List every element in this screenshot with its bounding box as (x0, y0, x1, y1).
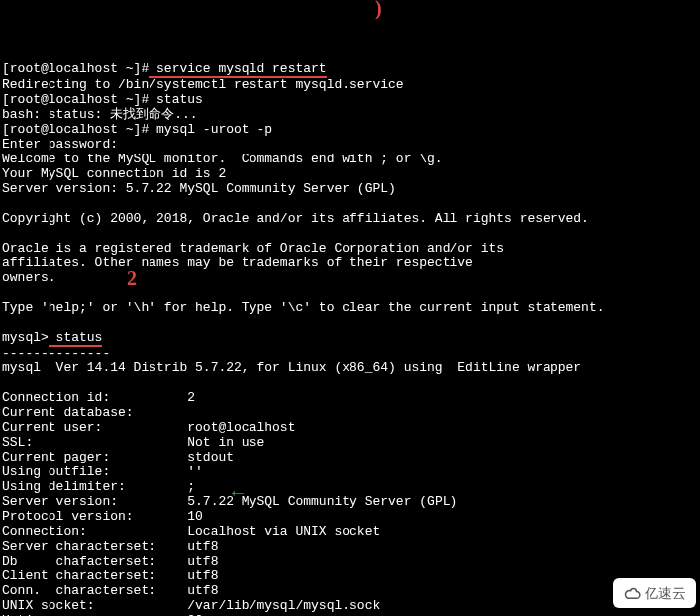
terminal-output[interactable]: [root@localhost ~]# service mysqld resta… (0, 59, 700, 616)
prompt-2: [root@localhost ~]# (2, 92, 149, 107)
welcome-line-1: Welcome to the MySQL monitor. Commands e… (2, 152, 443, 166)
redirect-line: Redirecting to /bin/systemctl restart my… (2, 77, 404, 92)
status-val-ssl: Not in use (187, 435, 264, 450)
cmd-status-bash: status (149, 92, 203, 107)
cmd-status-mysql: status (49, 330, 103, 347)
trademark-line-2: affiliates. Other names may be trademark… (2, 256, 473, 270)
status-val-connection: Localhost via UNIX socket (187, 524, 380, 539)
status-key-conn-id: Connection id: (2, 390, 187, 405)
dashes: -------------- (2, 346, 110, 360)
status-val-outfile: '' (187, 464, 203, 479)
status-val-server-cs: utf8 (187, 539, 218, 554)
annotation-arrow-icon: ← (228, 485, 248, 500)
status-val-pager: stdout (187, 450, 234, 464)
status-val-delim: ; (187, 479, 195, 494)
trademark-line-3: owners. (2, 270, 56, 285)
cmd-mysql-login: mysql -uroot -p (149, 122, 272, 137)
status-val-client-cs: utf8 (187, 568, 218, 583)
watermark-text: 亿速云 (645, 586, 686, 601)
status-key-pager: Current pager: (2, 450, 187, 464)
status-key-cur-db: Current database: (2, 405, 134, 420)
status-val-db-cs: utf8 (187, 554, 218, 568)
status-key-connection: Connection: (2, 524, 187, 539)
annotation-2-icon: 2 (127, 271, 137, 286)
enter-password: Enter password: (2, 137, 118, 152)
status-val-conn-cs: utf8 (187, 583, 218, 598)
status-key-outfile: Using outfile: (2, 464, 187, 479)
status-key-server-ver: Server version: (2, 494, 187, 509)
status-key-server-cs: Server characterset: (2, 539, 187, 554)
status-key-sock: UNIX socket: (2, 598, 187, 613)
status-val-cur-user: root@localhost (187, 420, 295, 435)
status-key-delim: Using delimiter: (2, 479, 187, 494)
welcome-line-2: Your MySQL connection id is 2 (2, 166, 226, 181)
mysql-prompt: mysql> (2, 330, 49, 345)
cloud-icon (623, 584, 641, 602)
status-key-cur-user: Current user: (2, 420, 187, 435)
status-val-sock: /var/lib/mysql/mysql.sock (187, 598, 380, 613)
status-key-client-cs: Client characterset: (2, 568, 187, 583)
help-line: Type 'help;' or '\h' for help. Type '\c'… (2, 300, 605, 315)
version-line: mysql Ver 14.14 Distrib 5.7.22, for Linu… (2, 360, 581, 375)
prompt-1: [root@localhost ~]# (2, 61, 149, 76)
welcome-line-3: Server version: 5.7.22 MySQL Community S… (2, 181, 396, 196)
watermark-badge: 亿速云 (613, 578, 696, 608)
cmd-service-restart: service mysqld restart (149, 61, 326, 78)
copyright-line: Copyright (c) 2000, 2018, Oracle and/or … (2, 211, 589, 226)
status-key-ssl: SSL: (2, 435, 187, 450)
trademark-line-1: Oracle is a registered trademark of Orac… (2, 241, 504, 256)
status-key-db-cs: Db chafacterset: (2, 554, 187, 568)
annotation-1-icon: ) (375, 1, 382, 16)
bash-error: bash: status: 未找到命令... (2, 107, 198, 122)
status-key-proto: Protocol version: (2, 509, 187, 524)
status-val-proto: 10 (187, 509, 203, 524)
status-key-conn-cs: Conn. characterset: (2, 583, 187, 598)
prompt-3: [root@localhost ~]# (2, 122, 149, 137)
status-val-conn-id: 2 (187, 390, 195, 405)
